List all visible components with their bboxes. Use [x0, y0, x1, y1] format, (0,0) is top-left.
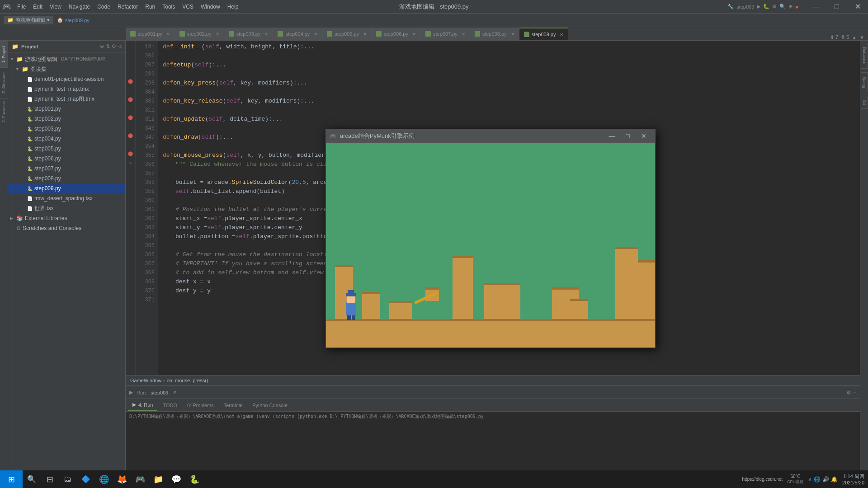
- menu-view[interactable]: View: [46, 0, 65, 13]
- game-titlebar: 🎮 arcade结合PyMunk引擎示例 — □ ✕: [326, 129, 655, 143]
- tab-step006[interactable]: step006.py ✕: [372, 28, 421, 40]
- tree-item-step008[interactable]: 🐍 step008.py: [8, 174, 125, 183]
- tree-item-tmx1[interactable]: 📄 pymunk_test_map.tmx: [8, 84, 125, 94]
- tab-close-icon[interactable]: ✕: [166, 32, 170, 37]
- tree-item-tmx2[interactable]: 📄 pymunk_test_map图.tmx: [8, 94, 125, 104]
- maximize-button[interactable]: □: [826, 0, 847, 14]
- tab-step007[interactable]: step007.py ✕: [421, 28, 470, 40]
- tab-close-icon[interactable]: ✕: [216, 32, 219, 37]
- taskview-button[interactable]: ⊟: [41, 470, 59, 488]
- game-window-title: arcade结合PyMunk引擎示例: [340, 132, 600, 140]
- tree-item-step003[interactable]: 🐍 step003.py: [8, 124, 125, 134]
- navigate-down-icon[interactable]: ▼: [859, 35, 864, 40]
- project-selector[interactable]: 📁 游戏地图编辑 ▾: [4, 16, 53, 24]
- run-close-icon[interactable]: ✕: [173, 389, 177, 395]
- tab-step009[interactable]: step009.py ✕: [519, 28, 569, 40]
- tree-scratches[interactable]: 🗒 Scratches and Consoles: [8, 223, 125, 233]
- navigate-up-icon[interactable]: ▲: [852, 35, 857, 40]
- taskbar-app-python[interactable]: 🐍: [185, 470, 203, 488]
- tree-folder-blocks[interactable]: ▼ 📁 图块集: [8, 64, 125, 74]
- tree-item-tsx2[interactable]: 📄 世界.tsx: [8, 203, 125, 213]
- locate-file-icon[interactable]: ⊕: [100, 43, 104, 49]
- tree-root[interactable]: ▼ 📁 游戏地图编辑 DAPYTHON编程\课程: [8, 54, 125, 64]
- code-line: def on_update(self, delta_time):...: [163, 115, 855, 124]
- python-icon: 🐍: [189, 474, 199, 484]
- minimize-button[interactable]: —: [806, 0, 826, 14]
- python-console-tab[interactable]: Python Console: [248, 399, 292, 411]
- tree-item-step009[interactable]: 🐍 step009.py: [8, 183, 125, 193]
- run-tab[interactable]: ▶ 4: Run: [128, 399, 157, 411]
- minimize-panel-icon[interactable]: −: [853, 389, 856, 396]
- favorites-panel-tab[interactable]: 2: Favorites: [0, 98, 8, 125]
- settings-icon[interactable]: ⚙: [846, 389, 851, 396]
- tab-close-icon[interactable]: ✕: [264, 32, 268, 37]
- menu-edit[interactable]: Edit: [29, 0, 46, 13]
- project-panel-tab[interactable]: 1: Project: [0, 41, 8, 67]
- notification-icon[interactable]: 🔔: [831, 476, 838, 483]
- database-tab[interactable]: Database: [861, 43, 868, 69]
- taskbar-app-wechat[interactable]: 💬: [167, 470, 185, 488]
- tab-close-icon[interactable]: ✕: [462, 32, 465, 37]
- tab-step001[interactable]: step001.py ✕: [126, 28, 175, 40]
- menu-vcs[interactable]: VCS: [179, 0, 197, 13]
- game-restore-button[interactable]: □: [620, 130, 636, 142]
- tree-item-step005[interactable]: 🐍 step005.py: [8, 144, 125, 154]
- tab-close-icon[interactable]: ✕: [560, 32, 563, 37]
- tree-item-session[interactable]: 📄 demo01-project.tiled-session: [8, 74, 125, 84]
- tab-step004[interactable]: step004.py ✕: [273, 28, 322, 40]
- breadcrumb-method: on_mouse_press(): [167, 378, 208, 383]
- scratches-icon: 🗒: [16, 226, 21, 231]
- tab-close-icon[interactable]: ✕: [363, 32, 367, 37]
- menu-window[interactable]: Window: [197, 0, 224, 13]
- menu-file[interactable]: File: [14, 0, 29, 13]
- collapse-panel-icon[interactable]: ◁: [118, 43, 122, 49]
- terminal-tab[interactable]: Terminal: [219, 399, 247, 411]
- tab-close-icon[interactable]: ✕: [314, 32, 317, 37]
- structure-panel-tab[interactable]: Z: Structure: [0, 67, 8, 98]
- tab-step005[interactable]: step005.py ✕: [322, 28, 372, 40]
- clock[interactable]: 1:14 周四 2021/5/20: [842, 473, 864, 485]
- close-button[interactable]: ✕: [847, 0, 868, 14]
- start-button[interactable]: ⊞: [0, 470, 23, 488]
- tab-step003[interactable]: step003.py ✕: [224, 28, 274, 40]
- audio-icon[interactable]: 🔊: [822, 476, 829, 483]
- breadcrumb-file: step009.py: [65, 18, 90, 23]
- tab-close-icon[interactable]: ✕: [412, 32, 416, 37]
- tab-step002[interactable]: step002.py ✕: [175, 28, 224, 40]
- gutter-row: [126, 140, 135, 149]
- todo-tab[interactable]: TODO: [158, 399, 182, 411]
- breadcrumb: GameWindow › on_mouse_press(): [126, 375, 860, 386]
- tree-external-libs[interactable]: ▶ 📚 External Libraries: [8, 213, 125, 223]
- menu-navigate[interactable]: Navigate: [65, 0, 94, 13]
- chevron-icon[interactable]: ∧: [808, 476, 812, 482]
- spring-tab[interactable]: Spring: [861, 72, 868, 92]
- menu-code[interactable]: Code: [94, 0, 114, 13]
- game-minimize-button[interactable]: —: [604, 130, 620, 142]
- network-icon[interactable]: 🌐: [814, 476, 821, 483]
- tree-item-step006[interactable]: 🐍 step006.py: [8, 154, 125, 164]
- tree-item-step002[interactable]: 🐍 step002.py: [8, 114, 125, 124]
- git-tab[interactable]: Git: [861, 96, 868, 109]
- game-close-button[interactable]: ✕: [636, 130, 651, 142]
- taskbar-app-win[interactable]: 🗂: [59, 470, 77, 488]
- menu-help[interactable]: Help: [224, 0, 242, 13]
- problems-tab[interactable]: 6: Problems: [183, 399, 218, 411]
- menu-run[interactable]: Run: [142, 0, 159, 13]
- settings-icon[interactable]: ⚙: [112, 43, 116, 49]
- tree-item-step004[interactable]: 🐍 step004.py: [8, 134, 125, 144]
- gutter-row: [126, 41, 135, 50]
- taskbar-app-browser[interactable]: 🌐: [95, 470, 113, 488]
- tree-item-step007[interactable]: 🐍 step007.py: [8, 164, 125, 174]
- search-button[interactable]: 🔍: [23, 470, 41, 488]
- menu-tools[interactable]: Tools: [159, 0, 179, 13]
- taskbar-app-pycharm[interactable]: 🔷: [77, 470, 95, 488]
- taskbar-app-game[interactable]: 🎮: [131, 470, 149, 488]
- tree-item-tsx1[interactable]: 📄 tmw_desert_spacing.tsx: [8, 193, 125, 203]
- taskbar-app-firefox[interactable]: 🦊: [113, 470, 131, 488]
- taskbar-app-files[interactable]: 📁: [149, 470, 167, 488]
- tree-item-step001[interactable]: 🐍 step001.py: [8, 104, 125, 114]
- menu-refactor[interactable]: Refactor: [114, 0, 142, 13]
- tab-close-icon[interactable]: ✕: [511, 32, 514, 37]
- tab-step008[interactable]: step008.py ✕: [470, 28, 519, 40]
- expand-all-icon[interactable]: ⇅: [106, 43, 110, 49]
